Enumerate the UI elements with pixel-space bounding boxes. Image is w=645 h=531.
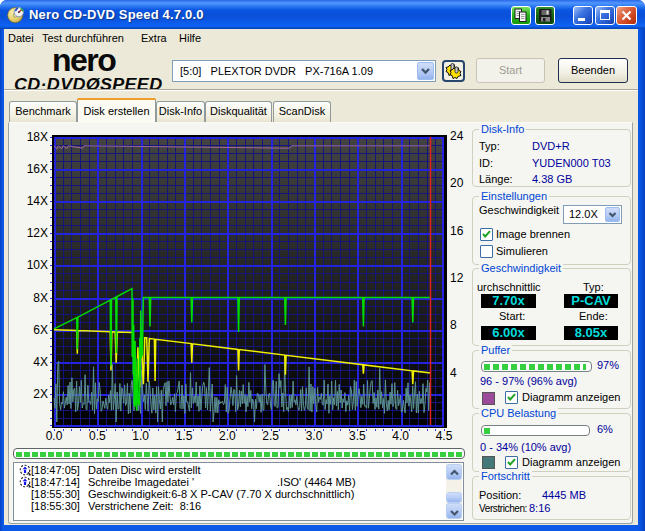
svg-text:14X: 14X <box>27 194 48 208</box>
svg-text:3.0: 3.0 <box>306 429 323 443</box>
svg-text:10X: 10X <box>27 258 48 272</box>
svg-text:4: 4 <box>450 366 457 380</box>
svg-text:8X: 8X <box>33 291 48 305</box>
svg-text:24: 24 <box>450 129 464 143</box>
svg-text:3.5: 3.5 <box>349 429 366 443</box>
svg-text:20: 20 <box>450 176 464 190</box>
svg-text:6X: 6X <box>33 323 48 337</box>
svg-text:2.0: 2.0 <box>219 429 236 443</box>
svg-text:2X: 2X <box>33 387 48 401</box>
svg-text:4.0: 4.0 <box>392 429 409 443</box>
svg-text:4X: 4X <box>33 355 48 369</box>
svg-text:12X: 12X <box>27 226 48 240</box>
svg-text:12: 12 <box>450 271 464 285</box>
svg-text:16: 16 <box>450 224 464 238</box>
svg-text:0.5: 0.5 <box>89 429 106 443</box>
svg-text:0.0: 0.0 <box>46 429 63 443</box>
svg-text:16X: 16X <box>27 162 48 176</box>
svg-text:1.0: 1.0 <box>132 429 149 443</box>
svg-text:2.5: 2.5 <box>262 429 279 443</box>
svg-text:18X: 18X <box>27 130 48 144</box>
svg-text:4.5: 4.5 <box>436 429 453 443</box>
svg-text:1.5: 1.5 <box>176 429 193 443</box>
svg-text:8: 8 <box>450 318 457 332</box>
